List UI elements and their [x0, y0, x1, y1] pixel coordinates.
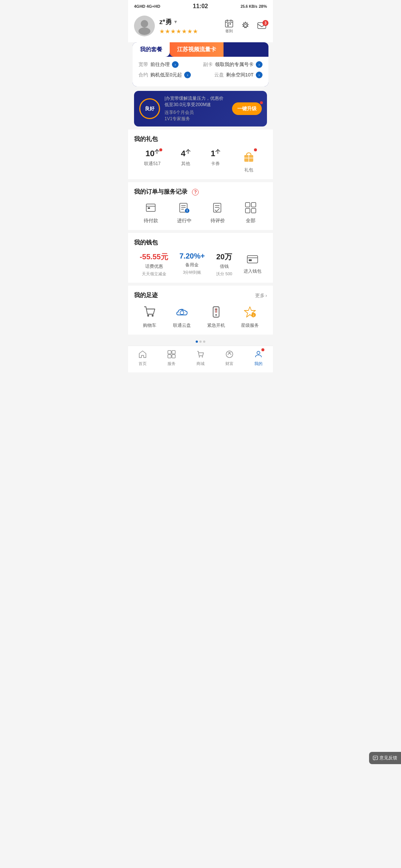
services-icon [166, 349, 177, 359]
broadband-arrow: › [172, 61, 179, 68]
package-tabs: 我的套餐 江苏视频流量卡 [133, 42, 268, 57]
svg-point-53 [202, 356, 203, 358]
avatar[interactable] [134, 16, 155, 36]
svg-rect-8 [229, 23, 231, 24]
svg-point-42 [215, 314, 217, 316]
svg-rect-9 [227, 25, 229, 26]
home-icon [137, 349, 148, 359]
header-left: z*勇 ▼ ★ ★ ★ ★ ★ ★ ★ [134, 16, 198, 36]
upgrade-button[interactable]: 一键升级 [232, 102, 262, 115]
footprint-cloud-label: 联通云盘 [173, 322, 191, 329]
wealth-icon [224, 349, 235, 359]
footprint-star-label: 星级服务 [241, 322, 259, 329]
package-row-2: 合约 购机低至0元起 › 云盘 剩余空间10T › [138, 72, 263, 78]
svg-point-57 [257, 351, 260, 354]
orders-section: 我的订单与服务记录 ? 待付款 [128, 182, 273, 230]
user-info: z*勇 ▼ ★ ★ ★ ★ ★ ★ ★ [159, 17, 198, 35]
order-label-pending: 待付款 [144, 217, 158, 224]
package-content: 宽带 前往办理 › 副卡 领取我的专属号卡 › 合约 购机低至0元起 › 云盘 … [133, 57, 268, 86]
order-item-all[interactable]: 全部 [244, 201, 257, 224]
order-label-ongoing: 进行中 [177, 217, 192, 224]
review-icon [211, 201, 225, 214]
nav-wealth[interactable]: 财富 [224, 349, 235, 366]
gift-item-bag[interactable]: 礼包 [241, 148, 257, 173]
status-left: 4GHD 4G+HD [134, 4, 160, 9]
svg-rect-31 [251, 208, 256, 213]
star-service-icon: ! [242, 305, 257, 319]
all-orders-icon [244, 201, 257, 214]
broadband-item[interactable]: 宽带 前往办理 › [138, 61, 179, 68]
wallet-item-enter[interactable]: 进入钱包 [244, 252, 261, 274]
svg-rect-30 [245, 208, 250, 213]
wallet-item-discount[interactable]: -55.55元 话费优惠 天天领立减金 [140, 252, 168, 277]
nav-mine-label: 我的 [254, 361, 263, 366]
nav-wealth-label: 财富 [225, 361, 234, 366]
tab-jscard[interactable]: 江苏视频流量卡 [170, 42, 224, 57]
gifts-title: 我的礼包 [134, 135, 267, 143]
banner-text: |办宽带缓解流量压力，优惠价低至30.0元享受200M速 连享6个月会员 1V1… [164, 95, 228, 122]
nav-shop-label: 商城 [196, 361, 205, 366]
cloud-disk-icon [175, 305, 189, 319]
upgrade-banner[interactable]: 良好 |办宽带缓解流量压力，优惠价低至30.0元享受200M速 连享6个月会员 … [134, 91, 267, 126]
cart-icon [142, 305, 157, 319]
order-item-pending[interactable]: 待付款 [144, 201, 158, 224]
svg-text:!: ! [253, 314, 254, 317]
order-item-ongoing[interactable]: 进行中 [177, 201, 192, 224]
svg-rect-3 [225, 20, 233, 27]
gift-item-other[interactable]: 4个 其他 [181, 148, 190, 173]
settings-button[interactable] [240, 21, 251, 31]
footprint-star[interactable]: ! 星级服务 [241, 305, 259, 329]
nav-shop[interactable]: 商城 [195, 349, 206, 366]
gift-label-517: 联通517 [144, 161, 160, 167]
gift-bag-dot [254, 148, 257, 151]
orders-help-icon[interactable]: ? [192, 189, 199, 195]
dropdown-icon: ▼ [173, 19, 178, 24]
svg-point-35 [147, 315, 149, 317]
nav-mine[interactable]: 我的 [253, 349, 264, 366]
messages-button[interactable]: 3 [257, 21, 267, 31]
wallet-item-loan[interactable]: 20万 借钱 沃分 500 [216, 252, 232, 277]
order-grid: 待付款 进行中 [134, 201, 267, 224]
wallet-discount-label: 话费优惠 [145, 263, 163, 270]
gift-label-other: 其他 [181, 161, 190, 167]
subcard-item[interactable]: 副卡 领取我的专属号卡 › [203, 61, 263, 68]
footprint-cart[interactable]: 购物车 [142, 305, 157, 329]
checkin-label: 签到 [225, 29, 233, 34]
nav-services-label: 服务 [167, 361, 176, 366]
gift-icon [241, 148, 257, 165]
gift-item-coupon[interactable]: 1个 卡券 [211, 148, 220, 173]
clouddisk-item[interactable]: 云盘 剩余空间10T › [214, 72, 263, 78]
tab-mypackage[interactable]: 我的套餐 [133, 42, 170, 57]
svg-point-24 [187, 211, 188, 212]
wallet-loan-sub: 沃分 500 [216, 271, 232, 277]
gift-dot-517 [159, 148, 162, 151]
nav-services[interactable]: 服务 [166, 349, 177, 366]
order-item-review[interactable]: 待评价 [211, 201, 225, 224]
svg-rect-28 [245, 203, 250, 207]
footprint-emergency-label: 紧急开机 [207, 322, 225, 329]
footprint-grid: 购物车 联通云盘 [134, 305, 267, 329]
wallet-loan-label: 借钱 [220, 263, 229, 270]
svg-rect-50 [168, 355, 171, 358]
contract-arrow: › [184, 72, 191, 78]
wallet-loan-amount: 20万 [216, 252, 232, 262]
footprint-emergency[interactable]: 紧急开机 [207, 305, 225, 329]
battery: 28% [259, 4, 267, 9]
banner-main-text: |办宽带缓解流量压力，优惠价低至30.0元享受200M速 [164, 95, 228, 108]
gift-item-517[interactable]: 10个 联通517 [144, 148, 160, 173]
more-link[interactable]: 更多 › [255, 292, 267, 299]
footprint-cloud[interactable]: 联通云盘 [173, 305, 191, 329]
svg-rect-17 [148, 207, 150, 209]
ongoing-icon [177, 201, 191, 214]
username[interactable]: z*勇 ▼ [159, 17, 198, 26]
wallet-item-backup[interactable]: 7.20%+ 备用金 3分钟到账 [179, 252, 205, 275]
speed: 25.6 KB/s [241, 4, 257, 9]
svg-point-37 [180, 311, 184, 315]
svg-rect-15 [146, 204, 155, 211]
status-right: 25.6 KB/s 28% [241, 4, 267, 9]
contract-item[interactable]: 合约 购机低至0元起 › [138, 72, 191, 78]
nav-home[interactable]: 首页 [137, 349, 148, 366]
checkin-button[interactable]: 签到 [224, 18, 234, 34]
footprint-section: 我的足迹 更多 › 购物车 [128, 286, 273, 335]
footprint-title: 我的足迹 [134, 292, 158, 299]
